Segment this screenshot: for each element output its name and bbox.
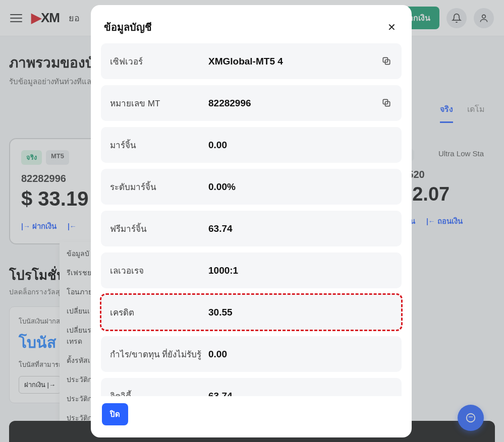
- copy-icon[interactable]: [381, 98, 393, 109]
- info-label: เครดิต: [110, 305, 208, 319]
- info-label: เซิฟเวอร์: [110, 54, 208, 68]
- info-value: 1000:1: [208, 265, 238, 276]
- info-label: มาร์จิ้น: [110, 138, 208, 152]
- info-value: XMGlobal-MT5 4: [208, 56, 283, 67]
- info-row: ฟรีมาร์จิ้น63.74: [101, 211, 402, 246]
- info-row: อิควิตี้63.74: [101, 378, 402, 396]
- info-row: หมายเลข MT82282996: [101, 85, 402, 121]
- info-label: ระดับมาร์จิ้น: [110, 180, 208, 194]
- info-value: 82282996: [208, 98, 251, 109]
- info-label: กำไร/ขาดทุน ที่ยังไม่รับรู้: [110, 347, 208, 361]
- info-label: เลเวอเรจ: [110, 264, 208, 277]
- copy-icon[interactable]: [381, 56, 393, 67]
- info-value: 0.00: [208, 349, 227, 360]
- close-button[interactable]: ปิด: [102, 403, 128, 425]
- info-row: เครดิต30.55: [101, 294, 402, 330]
- info-row: เซิฟเวอร์XMGlobal-MT5 4: [101, 43, 402, 79]
- info-row: เลเวอเรจ1000:1: [101, 252, 402, 288]
- info-label: อิควิตี้: [110, 389, 208, 396]
- info-list: เซิฟเวอร์XMGlobal-MT5 4หมายเลข MT8228299…: [100, 43, 403, 396]
- info-value: 30.55: [208, 307, 233, 318]
- info-row: ระดับมาร์จิ้น0.00%: [101, 169, 402, 205]
- info-value: 63.74: [208, 391, 233, 397]
- info-value: 0.00%: [208, 181, 236, 193]
- info-value: 0.00: [208, 140, 227, 151]
- close-icon[interactable]: ✕: [384, 20, 399, 34]
- info-row: มาร์จิ้น0.00: [101, 127, 402, 163]
- info-label: หมายเลข MT: [110, 96, 208, 110]
- info-label: ฟรีมาร์จิ้น: [110, 222, 208, 235]
- modal-title: ข้อมูลบัญชี: [104, 19, 152, 35]
- account-info-modal: ข้อมูลบัญชี ✕ เซิฟเวอร์XMGlobal-MT5 4หมา…: [91, 5, 412, 437]
- info-row: กำไร/ขาดทุน ที่ยังไม่รับรู้0.00: [101, 336, 402, 372]
- info-value: 63.74: [208, 223, 233, 234]
